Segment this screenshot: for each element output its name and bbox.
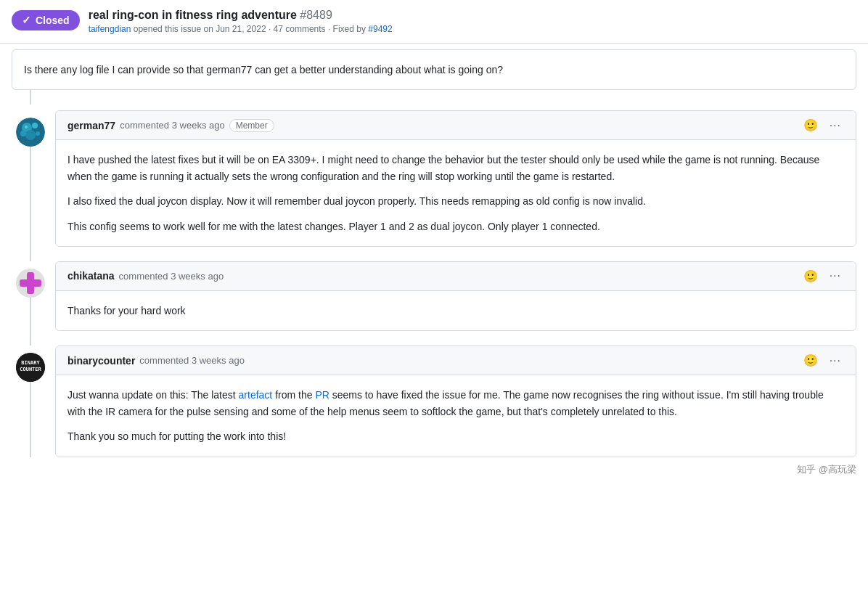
artefact-link[interactable]: artefact [239,389,273,401]
comment-para-0-binarycounter: Just wanna update on this: The latest ar… [67,387,844,420]
comment-header-german77: german77 commented 3 weeks ago Member 🙂 [56,111,856,140]
issue-meta: taifengdian opened this issue on Jun 21,… [89,24,393,34]
pr-link[interactable]: #9492 [368,24,392,34]
more-button-binarycounter[interactable] [827,353,844,369]
svg-point-4 [20,131,26,136]
comment-content-chikatana: Thanks for your hard work [56,291,856,330]
comment-header-right-binarycounter: 🙂 [801,352,844,369]
issue-author-link[interactable]: taifengdian [89,24,131,34]
avatar-chikatana [16,269,45,298]
pr-ref-link[interactable]: PR [315,389,329,401]
comment-time-german77: commented 3 weeks ago [120,120,225,131]
comment-author-binarycounter[interactable]: binarycounter [67,355,135,367]
issue-title-area: real ring-con in fitness ring adventure … [89,9,393,34]
connector-top [0,90,868,105]
comment-para-0-chikatana: Thanks for your hard work [67,303,844,319]
thread-line-german77 [30,147,31,247]
comments-area: german77 commented 3 weeks ago Member 🙂 … [0,110,868,457]
comment-time-binarycounter: commented 3 weeks ago [139,355,245,366]
svg-point-2 [32,123,38,128]
comment-card-german77: german77 commented 3 weeks ago Member 🙂 … [55,110,856,247]
avatar-col-german77 [12,110,49,247]
closed-label: Closed [36,15,70,26]
svg-point-5 [36,131,40,136]
emoji-button-chikatana[interactable]: 🙂 [801,268,821,285]
comment-content-binarycounter: Just wanna update on this: The latest ar… [56,375,856,456]
spacer-1 [12,247,856,261]
member-badge-german77: Member [229,119,274,132]
spacer-thread-1 [30,247,31,261]
comment-author-german77[interactable]: german77 [67,120,115,131]
avatar-col-binarycounter: BINARY COUNTER [12,346,49,457]
comment-wrapper-binarycounter: BINARY COUNTER binarycounter commented 3… [12,346,856,457]
avatar-col-chikatana [12,261,49,331]
issue-title: real ring-con in fitness ring adventure … [89,9,393,22]
svg-point-6 [25,126,28,128]
comment-card-chikatana: chikatana commented 3 weeks ago 🙂 Thanks… [55,261,856,331]
comment-header-right-chikatana: 🙂 [801,268,844,285]
watermark: 知乎 @高玩梁 [0,457,868,482]
emoji-button-binarycounter[interactable]: 🙂 [801,352,821,369]
comment-para-2-german77: This config seems to work well for me wi… [67,218,844,234]
comment-header-left-binarycounter: binarycounter commented 3 weeks ago [67,355,245,367]
comment-header-left-german77: german77 commented 3 weeks ago Member [67,119,274,132]
svg-point-3 [25,130,36,140]
spacer-2 [12,331,856,346]
comment-header-chikatana: chikatana commented 3 weeks ago 🙂 [56,262,856,291]
svg-rect-9 [20,279,41,287]
connector-avatar-col [12,90,49,105]
comment-content-german77: I have pushed the latest fixes but it wi… [56,140,856,246]
thread-line-binarycounter [30,382,31,457]
comment-author-chikatana[interactable]: chikatana [67,270,115,282]
text-between-links: from the [272,389,315,401]
thread-line-chikatana [30,298,31,331]
comment-time-chikatana: commented 3 weeks ago [119,271,224,282]
comment-wrapper-german77: german77 commented 3 weeks ago Member 🙂 … [12,110,856,247]
avatar-german77 [16,118,45,147]
comment-body-chikatana: chikatana commented 3 weeks ago 🙂 Thanks… [49,261,856,331]
spacer-avatar-col-1 [12,247,49,261]
more-button-chikatana[interactable] [827,268,844,284]
issue-number: #8489 [300,9,332,21]
closed-badge: ✓ Closed [12,10,80,30]
comment-para-1-german77: I also fixed the dual joycon display. No… [67,193,844,209]
comment-body-binarycounter: binarycounter commented 3 weeks ago 🙂 Ju… [49,346,856,457]
comment-para-0-german77: I have pushed the latest fixes but it wi… [67,152,844,184]
comment-header-binarycounter: binarycounter commented 3 weeks ago 🙂 [56,346,856,375]
issue-header: ✓ Closed real ring-con in fitness ring a… [0,0,868,44]
comment-wrapper-chikatana: chikatana commented 3 weeks ago 🙂 Thanks… [12,261,856,331]
top-log-box: Is there any log file I can provide so t… [12,49,856,90]
comment-header-left-chikatana: chikatana commented 3 weeks ago [67,270,224,282]
comment-header-right-german77: 🙂 [801,117,844,134]
spacer-thread-2 [30,331,31,346]
spacer-avatar-col-2 [12,331,49,346]
connector-line [30,90,31,105]
emoji-button-german77[interactable]: 🙂 [801,117,821,134]
check-icon: ✓ [22,14,31,27]
comment-card-binarycounter: binarycounter commented 3 weeks ago 🙂 Ju… [55,346,856,457]
svg-text:COUNTER: COUNTER [20,367,41,372]
more-button-german77[interactable] [827,118,844,134]
comment-body-german77: german77 commented 3 weeks ago Member 🙂 … [49,110,856,247]
text-before-link1: Just wanna update on this: The latest [67,389,239,401]
comment-para-1-binarycounter: Thank you so much for putting the work i… [67,428,844,444]
svg-text:BINARY: BINARY [21,360,40,366]
avatar-binarycounter: BINARY COUNTER [16,353,45,382]
